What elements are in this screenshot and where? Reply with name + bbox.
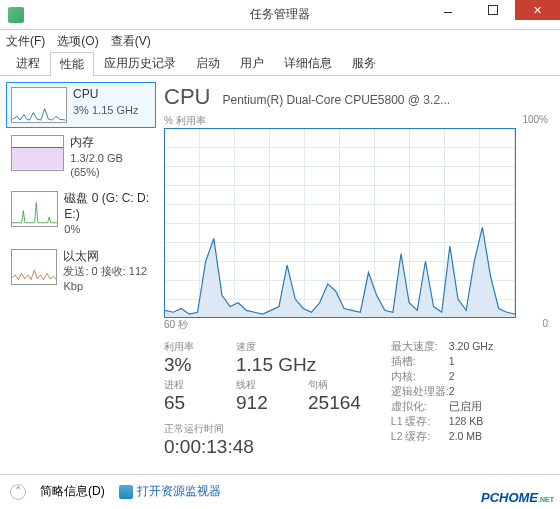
handle-value: 25164 bbox=[308, 392, 361, 414]
ethernet-thumb-icon bbox=[11, 249, 57, 285]
cpu-chart bbox=[164, 128, 516, 318]
sidebar-item-ethernet[interactable]: 以太网发送: 0 接收: 112 Kbp bbox=[6, 244, 156, 298]
content: CPU3% 1.15 GHz 内存1.3/2.0 GB (65%) 磁盘 0 (… bbox=[0, 76, 560, 474]
sidebar-item-memory[interactable]: 内存1.3/2.0 GB (65%) bbox=[6, 130, 156, 184]
memory-label: 内存 bbox=[70, 135, 151, 151]
fewer-details-link[interactable]: 简略信息(D) bbox=[40, 483, 105, 500]
xright: 0 bbox=[542, 318, 548, 332]
tab-users[interactable]: 用户 bbox=[230, 51, 274, 75]
resmon-icon bbox=[119, 485, 133, 499]
window-title: 任务管理器 bbox=[250, 6, 310, 23]
window-controls bbox=[425, 0, 560, 20]
close-button[interactable] bbox=[515, 0, 560, 20]
titlebar: 任务管理器 bbox=[0, 0, 560, 30]
thread-label: 线程 bbox=[236, 378, 286, 392]
memory-sub: 1.3/2.0 GB (65%) bbox=[70, 151, 151, 180]
maximize-button[interactable] bbox=[470, 0, 515, 20]
speed-value: 1.15 GHz bbox=[236, 354, 316, 376]
sidebar: CPU3% 1.15 GHz 内存1.3/2.0 GB (65%) 磁盘 0 (… bbox=[0, 76, 156, 474]
tab-apphistory[interactable]: 应用历史记录 bbox=[94, 51, 186, 75]
disk-sub: 0% bbox=[64, 222, 151, 236]
menubar: 文件(F) 选项(O) 查看(V) bbox=[0, 30, 560, 52]
sidebar-item-disk[interactable]: 磁盘 0 (G: C: D: E:)0% bbox=[6, 186, 156, 241]
cpu-label: CPU bbox=[73, 87, 138, 103]
tab-performance[interactable]: 性能 bbox=[50, 52, 94, 76]
tab-processes[interactable]: 进程 bbox=[6, 51, 50, 75]
cpu-sub: 3% 1.15 GHz bbox=[73, 103, 138, 117]
footer: ˄ 简略信息(D) 打开资源监视器 bbox=[0, 474, 560, 508]
sidebar-item-cpu[interactable]: CPU3% 1.15 GHz bbox=[6, 82, 156, 128]
app-icon bbox=[8, 7, 24, 23]
handle-label: 句柄 bbox=[308, 378, 361, 392]
menu-options[interactable]: 选项(O) bbox=[57, 33, 98, 50]
thread-value: 912 bbox=[236, 392, 286, 414]
resource-monitor-link[interactable]: 打开资源监视器 bbox=[119, 483, 221, 500]
main-panel: CPU Pentium(R) Dual-Core CPUE5800 @ 3.2.… bbox=[156, 76, 560, 474]
xleft: 60 秒 bbox=[164, 318, 188, 332]
ethernet-label: 以太网 bbox=[63, 249, 151, 265]
chevron-up-icon[interactable]: ˄ bbox=[10, 484, 26, 500]
ethernet-sub: 发送: 0 接收: 112 Kbp bbox=[63, 264, 151, 293]
uptime-value: 0:00:13:48 bbox=[164, 436, 361, 458]
tab-services[interactable]: 服务 bbox=[342, 51, 386, 75]
svg-rect-0 bbox=[12, 148, 63, 170]
proc-value: 65 bbox=[164, 392, 214, 414]
disk-label: 磁盘 0 (G: C: D: E:) bbox=[64, 191, 151, 222]
cpu-details: 最大速度:3.20 GHz 插槽:1 内核:2 逻辑处理器:2 虚拟化:已启用 … bbox=[391, 340, 493, 458]
minimize-button[interactable] bbox=[425, 0, 470, 20]
memory-thumb-icon bbox=[11, 135, 64, 171]
ylabel: % 利用率 bbox=[164, 114, 206, 128]
main-subtitle: Pentium(R) Dual-Core CPUE5800 @ 3.2... bbox=[222, 93, 450, 107]
main-title: CPU bbox=[164, 84, 210, 110]
tab-startup[interactable]: 启动 bbox=[186, 51, 230, 75]
watermark: PCHOME.NET bbox=[481, 490, 554, 505]
uptime-label: 正常运行时间 bbox=[164, 422, 361, 436]
tab-details[interactable]: 详细信息 bbox=[274, 51, 342, 75]
util-value: 3% bbox=[164, 354, 214, 376]
ymax: 100% bbox=[522, 114, 548, 128]
menu-view[interactable]: 查看(V) bbox=[111, 33, 151, 50]
util-label: 利用率 bbox=[164, 340, 214, 354]
speed-label: 速度 bbox=[236, 340, 316, 354]
cpu-thumb-icon bbox=[11, 87, 67, 123]
proc-label: 进程 bbox=[164, 378, 214, 392]
disk-thumb-icon bbox=[11, 191, 58, 227]
menu-file[interactable]: 文件(F) bbox=[6, 33, 45, 50]
tabs: 进程 性能 应用历史记录 启动 用户 详细信息 服务 bbox=[0, 52, 560, 76]
